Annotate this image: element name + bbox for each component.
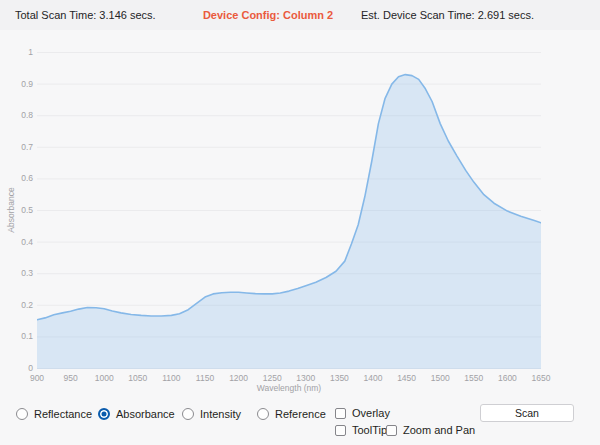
x-tick-label: 1350 (330, 373, 349, 383)
x-tick-label: 1100 (162, 373, 180, 383)
radio-selected-icon[interactable] (98, 408, 110, 420)
radio-unselected-icon[interactable] (16, 408, 28, 420)
x-tick-label: 1400 (364, 373, 383, 383)
y-tick-label: 0.3 (0, 268, 33, 278)
device-config: Device Config: Column 2 (203, 9, 333, 21)
x-tick-label: 1150 (196, 373, 214, 383)
absorbance-chart (37, 52, 541, 369)
scan-app-window: Total Scan Time: 3.146 secs. Device Conf… (0, 0, 600, 445)
checkbox-zoom-and-pan-label: Zoom and Pan (403, 424, 475, 436)
x-tick-label: 1200 (229, 373, 248, 383)
y-tick-label: 0.8 (0, 110, 33, 120)
x-tick-label: 1300 (296, 373, 315, 383)
x-tick-label: 1650 (532, 373, 551, 383)
x-tick-label: 1450 (397, 373, 416, 383)
checkbox-tooltip[interactable]: ToolTip (335, 424, 387, 436)
y-tick-label: 0.9 (0, 79, 33, 89)
radio-intensity-label: Intensity (200, 408, 241, 420)
radio-unselected-icon[interactable] (182, 408, 194, 420)
y-tick-label: 0.4 (0, 237, 33, 247)
y-tick-label: 0.6 (0, 173, 33, 183)
y-tick-label: 0.7 (0, 142, 33, 152)
total-scan-time: Total Scan Time: 3.146 secs. (15, 9, 156, 21)
checkbox-unchecked-icon[interactable] (335, 408, 346, 419)
est-device-scan-time: Est. Device Scan Time: 2.691 secs. (361, 9, 534, 21)
radio-reference-label: Reference (275, 408, 326, 420)
x-tick-label: 1050 (128, 373, 147, 383)
checkbox-unchecked-icon[interactable] (335, 425, 346, 436)
x-tick-label: 1250 (263, 373, 282, 383)
radio-reference[interactable]: Reference (257, 408, 326, 420)
y-tick-label: 0.5 (0, 205, 33, 215)
checkbox-zoom-and-pan[interactable]: Zoom and Pan (386, 424, 475, 436)
x-tick-label: 900 (30, 373, 44, 383)
checkbox-overlay[interactable]: Overlay (335, 407, 390, 419)
y-tick-label: 0.2 (0, 300, 33, 310)
y-tick-label: 0.1 (0, 331, 33, 341)
y-tick-label: 0 (0, 363, 33, 373)
radio-intensity[interactable]: Intensity (182, 408, 241, 420)
radio-absorbance-label: Absorbance (116, 408, 175, 420)
status-bar: Total Scan Time: 3.146 secs. Device Conf… (0, 0, 600, 30)
radio-absorbance[interactable]: Absorbance (98, 408, 175, 420)
y-tick-label: 1 (0, 47, 33, 57)
radio-reflectance[interactable]: Reflectance (16, 408, 92, 420)
radio-unselected-icon[interactable] (257, 408, 269, 420)
x-tick-label: 1500 (431, 373, 450, 383)
x-tick-label: 950 (64, 373, 78, 383)
radio-reflectance-label: Reflectance (34, 408, 92, 420)
scan-button[interactable]: Scan (480, 404, 574, 422)
x-tick-label: 1550 (464, 373, 483, 383)
checkbox-unchecked-icon[interactable] (386, 425, 397, 436)
x-tick-label: 1000 (95, 373, 114, 383)
x-axis-title: Wavelength (nm) (257, 383, 321, 393)
checkbox-overlay-label: Overlay (352, 407, 390, 419)
checkbox-tooltip-label: ToolTip (352, 424, 387, 436)
x-tick-label: 1600 (498, 373, 517, 383)
